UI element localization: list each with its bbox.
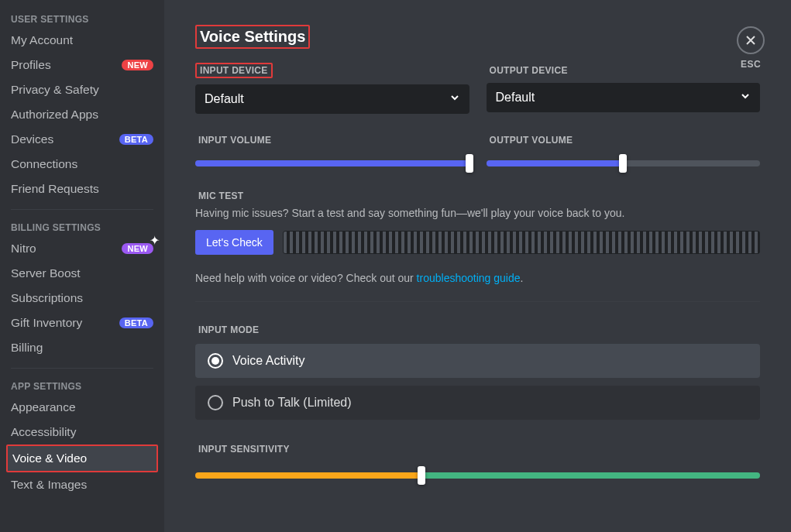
divider: [11, 368, 153, 369]
slider-input-volume[interactable]: [195, 160, 469, 166]
sidebar-item-billing[interactable]: Billing: [6, 335, 158, 360]
badge-new: NEW: [122, 60, 153, 70]
sidebar-item-nitro[interactable]: Nitro NEW ✦: [6, 236, 158, 261]
slider-output-volume[interactable]: [487, 160, 761, 166]
sidebar-item-devices[interactable]: DevicesBETA: [6, 127, 158, 152]
sidebar-item-my-account[interactable]: My Account: [6, 28, 158, 53]
content-region: ESC Voice Settings INPUT DEVICE Default …: [164, 0, 791, 532]
sidebar-item-appearance[interactable]: Appearance: [6, 395, 158, 420]
sidebar-item-friend-requests[interactable]: Friend Requests: [6, 177, 158, 201]
sidebar: USER SETTINGS My Account ProfilesNEW Pri…: [0, 0, 164, 532]
badge-beta: BETA: [119, 317, 153, 328]
mic-test-description: Having mic issues? Start a test and say …: [195, 207, 760, 219]
label-output-device: OUTPUT DEVICE: [487, 64, 571, 77]
lets-check-button[interactable]: Let's Check: [195, 230, 273, 255]
label-input-sensitivity: INPUT SENSITIVITY: [195, 443, 293, 455]
sidebar-item-accessibility[interactable]: Accessibility: [6, 420, 158, 444]
sidebar-item-connections[interactable]: Connections: [6, 152, 158, 177]
sidebar-header-app: APP SETTINGS: [6, 376, 158, 395]
esc-label: ESC: [741, 59, 761, 70]
radio-voice-activity[interactable]: Voice Activity: [195, 344, 760, 378]
sidebar-item-privacy-safety[interactable]: Privacy & Safety: [6, 77, 158, 102]
radio-icon: [208, 353, 223, 369]
sidebar-item-subscriptions[interactable]: Subscriptions: [6, 286, 158, 311]
divider: [195, 301, 760, 302]
select-value: Default: [205, 92, 244, 106]
label-input-volume: INPUT VOLUME: [195, 134, 274, 146]
page-title: Voice Settings: [195, 25, 310, 49]
radio-label: Push to Talk (Limited): [232, 396, 352, 410]
close-button[interactable]: ESC: [737, 26, 765, 70]
badge-new: NEW: [122, 243, 153, 254]
sidebar-item-gift-inventory[interactable]: Gift InventoryBETA: [6, 311, 158, 335]
sidebar-header-user: USER SETTINGS: [6, 9, 158, 28]
select-input-device[interactable]: Default: [195, 84, 469, 114]
chevron-down-icon: [449, 92, 460, 106]
sidebar-header-billing: BILLING SETTINGS: [6, 218, 158, 236]
radio-label: Voice Activity: [232, 354, 304, 368]
slider-thumb[interactable]: [466, 154, 473, 173]
sparkle-icon: ✦: [150, 233, 160, 248]
label-mic-test: MIC TEST: [195, 190, 246, 202]
sidebar-item-server-boost[interactable]: Server Boost: [6, 261, 158, 286]
sidebar-item-text-images[interactable]: Text & Images: [6, 472, 158, 497]
radio-icon: [208, 395, 223, 410]
sidebar-item-voice-video[interactable]: Voice & Video: [6, 444, 158, 472]
chevron-down-icon: [740, 91, 751, 105]
mic-level-meter: [283, 231, 760, 254]
close-icon: [737, 26, 765, 54]
sidebar-item-authorized-apps[interactable]: Authorized Apps: [6, 102, 158, 127]
help-text: Need help with voice or video? Check out…: [195, 272, 760, 284]
sidebar-item-profiles[interactable]: ProfilesNEW: [6, 53, 158, 77]
slider-input-sensitivity[interactable]: [195, 472, 760, 479]
label-input-device: INPUT DEVICE: [195, 63, 273, 78]
badge-beta: BETA: [119, 134, 153, 145]
slider-thumb[interactable]: [619, 154, 627, 173]
troubleshooting-link[interactable]: troubleshooting guide: [417, 272, 521, 284]
radio-push-to-talk[interactable]: Push to Talk (Limited): [195, 386, 760, 420]
label-input-mode: INPUT MODE: [195, 324, 262, 336]
label-output-volume: OUTPUT VOLUME: [487, 134, 576, 146]
slider-thumb[interactable]: [418, 466, 425, 485]
select-output-device[interactable]: Default: [487, 83, 761, 112]
divider: [11, 209, 153, 210]
select-value: Default: [496, 91, 535, 105]
